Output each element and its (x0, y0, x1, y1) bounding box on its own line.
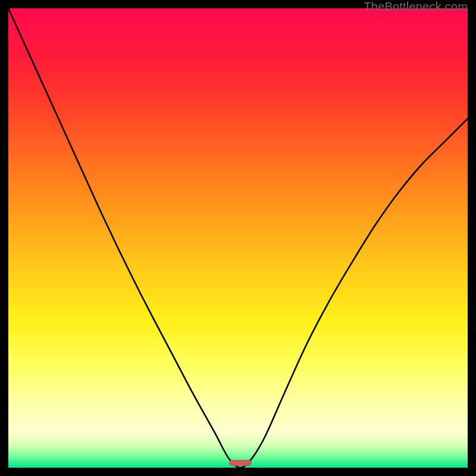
optimal-point-marker (229, 460, 252, 466)
chart-frame: TheBottleneck.com (0, 0, 476, 476)
bottleneck-curve (8, 8, 468, 468)
watermark-text: TheBottleneck.com (364, 0, 468, 14)
plot-area (8, 8, 468, 468)
